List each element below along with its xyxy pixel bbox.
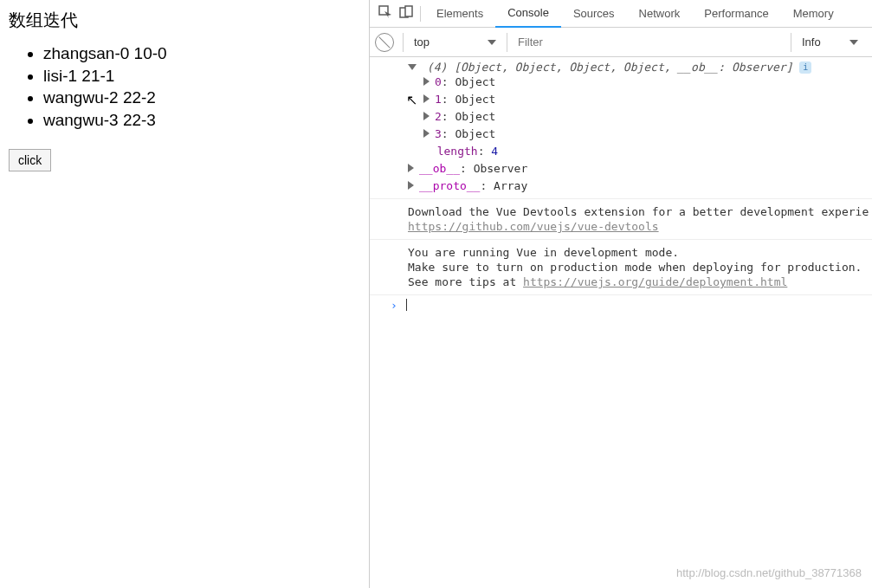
watermark: http://blog.csdn.net/github_38771368	[676, 566, 862, 579]
expand-icon[interactable]	[423, 112, 430, 120]
context-selector[interactable]: top	[405, 36, 505, 48]
chevron-down-icon	[849, 40, 858, 45]
console-message: Download the Vue Devtools extension for …	[370, 198, 872, 239]
expand-icon[interactable]	[423, 129, 430, 138]
console-log-expanded[interactable]: (4) [Object, Object, Object, Object, __o…	[370, 57, 872, 198]
context-label: top	[414, 36, 430, 48]
expand-icon[interactable]	[408, 181, 414, 190]
level-selector[interactable]: Info	[793, 36, 867, 48]
item-list: zhangsan-0 10-0 lisi-1 21-1 wangwu-2 22-…	[43, 42, 360, 132]
devtools-panel: Elements Console Sources Network Perform…	[370, 0, 872, 588]
devtools-link[interactable]: https://github.com/vuejs/vue-devtools	[408, 220, 659, 233]
info-badge-icon: i	[799, 61, 811, 74]
filter-input[interactable]	[509, 29, 789, 56]
expand-icon[interactable]	[423, 77, 430, 86]
console-prompt[interactable]: ›	[370, 294, 872, 315]
list-item: zhangsan-0 10-0	[43, 42, 360, 65]
expand-icon[interactable]	[423, 94, 430, 103]
length-entry: length: 4	[423, 143, 872, 160]
inspect-icon[interactable]	[375, 5, 396, 22]
tab-memory[interactable]: Memory	[781, 1, 846, 27]
level-label: Info	[802, 36, 821, 48]
message-text: Download the Vue Devtools extension for …	[408, 205, 869, 218]
list-item: lisi-1 21-1	[43, 65, 360, 87]
list-item: wangwu-2 22-2	[43, 87, 360, 109]
tab-elements[interactable]: Elements	[424, 1, 495, 27]
tab-network[interactable]: Network	[627, 1, 693, 27]
devtools-tabs: Elements Console Sources Network Perform…	[370, 0, 872, 28]
separator	[420, 6, 421, 22]
object-entry[interactable]: 2: Object	[423, 108, 872, 126]
prompt-symbol: ›	[391, 299, 397, 312]
message-text: You are running Vue in development mode.	[408, 246, 679, 259]
message-text: Make sure to turn on production mode whe…	[408, 261, 862, 274]
array-summary: (4) [Object, Object, Object, Object, __o…	[427, 61, 793, 74]
tab-console[interactable]: Console	[495, 0, 561, 28]
separator	[507, 33, 507, 52]
console-message: You are running Vue in development mode.…	[370, 239, 872, 294]
page-title: 数组迭代	[9, 9, 360, 32]
object-children: 0: Object 1: Object 2: Object 3: Object …	[423, 74, 872, 195]
console-toolbar: top Info	[370, 28, 872, 57]
chevron-down-icon	[488, 40, 496, 45]
text-cursor	[406, 299, 407, 311]
object-entry[interactable]: 0: Object	[423, 74, 872, 91]
object-entry[interactable]: 1: Object	[423, 91, 872, 108]
device-icon[interactable]	[396, 5, 417, 22]
list-item: wangwu-3 22-3	[43, 109, 360, 132]
observer-entry[interactable]: __ob__: Observer	[408, 160, 872, 178]
guide-link[interactable]: https://vuejs.org/guide/deployment.html	[523, 275, 787, 288]
page-content: 数组迭代 zhangsan-0 10-0 lisi-1 21-1 wangwu-…	[0, 0, 370, 588]
collapse-icon[interactable]	[408, 64, 417, 70]
clear-console-icon[interactable]	[375, 33, 394, 52]
message-text: See more tips at	[408, 275, 523, 288]
separator	[791, 33, 791, 52]
separator	[403, 33, 404, 52]
tab-performance[interactable]: Performance	[692, 1, 780, 27]
expand-icon[interactable]	[408, 164, 414, 172]
svg-rect-2	[405, 6, 412, 16]
proto-entry[interactable]: __proto__: Array	[408, 178, 872, 195]
click-button[interactable]: click	[9, 149, 51, 171]
console-output: (4) [Object, Object, Object, Object, __o…	[370, 57, 872, 588]
tab-sources[interactable]: Sources	[561, 1, 627, 27]
object-entry[interactable]: 3: Object	[423, 126, 872, 143]
